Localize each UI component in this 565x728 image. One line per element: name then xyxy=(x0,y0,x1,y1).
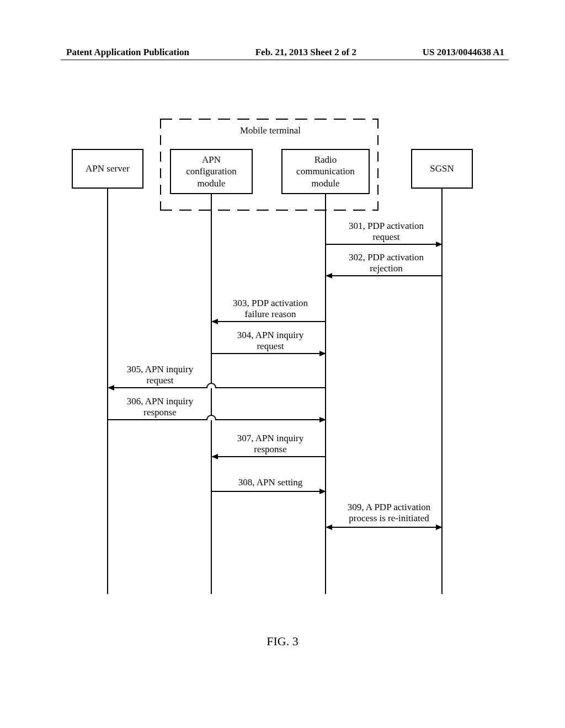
lifeline-sgsn xyxy=(441,189,443,594)
header-right: US 2013/0044638 A1 xyxy=(423,47,504,58)
arrow-301 xyxy=(326,244,436,245)
header-left: Patent Application Publication xyxy=(66,47,189,58)
mobile-terminal-group-label: Mobile terminal xyxy=(221,125,320,136)
arrow-309-head-left xyxy=(326,524,332,530)
document-header: Patent Application Publication Feb. 21, … xyxy=(0,47,565,58)
arrow-304 xyxy=(211,353,320,354)
msg-306-label: 306, APN inquiry response xyxy=(108,396,212,419)
actor-apn-server: APN server xyxy=(72,149,143,189)
arrow-306-head xyxy=(319,417,326,422)
arrow-302 xyxy=(332,275,442,276)
msg-308-label: 308, APN setting xyxy=(218,477,323,488)
figure-label: FIG. 3 xyxy=(0,634,565,649)
arrow-309 xyxy=(332,527,436,528)
arrow-306-seg1 xyxy=(108,419,206,420)
sequence-diagram: Mobile terminal xyxy=(0,116,565,612)
arrow-305-head xyxy=(108,385,114,390)
radio-line2: communication xyxy=(296,165,355,177)
msg-301-label: 301, PDP activation request xyxy=(331,221,441,243)
actor-apn-server-label: APN server xyxy=(86,163,130,174)
actor-sgsn: SGSN xyxy=(411,149,473,189)
arrow-308 xyxy=(211,491,320,492)
arrow-305-seg1 xyxy=(114,387,206,388)
msg-307-label: 307, APN inquiry response xyxy=(218,433,323,456)
header-underline xyxy=(61,60,509,60)
arrow-308-head xyxy=(319,489,326,494)
arrow-304-head xyxy=(319,351,326,356)
arrow-303 xyxy=(217,321,326,322)
apn-config-line1: APN xyxy=(202,154,221,165)
apn-config-line3: module xyxy=(198,178,226,189)
actor-sgsn-label: SGSN xyxy=(430,163,454,174)
msg-303-label: 303, PDP activation failure reason xyxy=(218,298,323,320)
arrow-307-head xyxy=(211,454,218,459)
arrow-301-head xyxy=(436,242,443,247)
arrow-307 xyxy=(217,456,326,457)
msg-305-label: 305, APN inquiry request xyxy=(108,364,212,387)
arrow-306-seg2 xyxy=(216,419,320,420)
arrow-305-seg2 xyxy=(216,387,326,388)
arrow-303-head xyxy=(211,319,218,324)
arrow-306-jump xyxy=(206,415,216,420)
arrow-309-head-right xyxy=(436,524,443,530)
arrow-305-jump xyxy=(206,383,216,388)
lifeline-apn-server xyxy=(107,189,108,594)
lifeline-radio xyxy=(325,194,326,594)
radio-line1: Radio xyxy=(315,154,337,165)
actor-apn-config-module: APN configuration module xyxy=(170,149,253,194)
msg-309-label: 309, A PDP activation process is re-init… xyxy=(328,502,450,524)
apn-config-line2: configuration xyxy=(186,165,237,177)
arrow-302-head xyxy=(326,273,332,279)
msg-302-label: 302, PDP activation rejection xyxy=(331,252,441,275)
actor-radio-module: Radio communication module xyxy=(281,149,370,194)
radio-line3: module xyxy=(312,178,340,189)
lifeline-apn-config xyxy=(211,194,212,594)
header-center: Feb. 21, 2013 Sheet 2 of 2 xyxy=(255,47,356,58)
msg-304-label: 304, APN inquiry request xyxy=(218,330,323,352)
